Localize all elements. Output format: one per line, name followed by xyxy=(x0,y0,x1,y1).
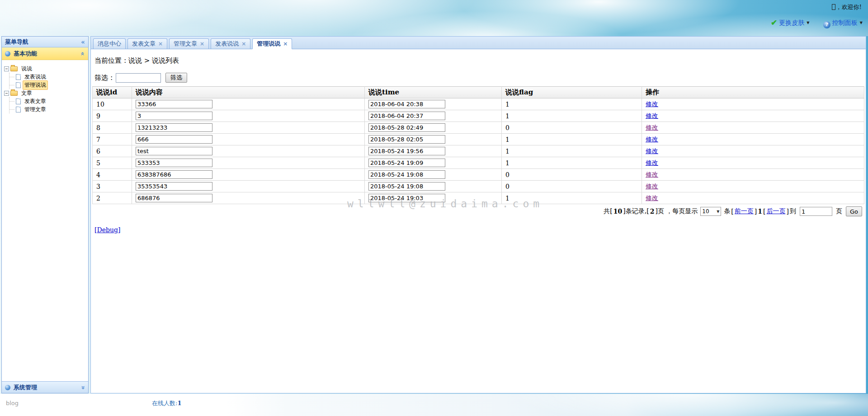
table-row: 10 1 修改 xyxy=(93,98,864,110)
tree-connector xyxy=(9,85,14,85)
content-input[interactable] xyxy=(136,170,212,179)
tab-label: 发表说说 xyxy=(215,40,239,48)
time-input[interactable] xyxy=(368,159,445,167)
content-input[interactable] xyxy=(136,135,212,144)
chevron-double-up-icon[interactable]: « xyxy=(80,51,87,56)
help-icon: ? xyxy=(823,21,830,28)
tree-node-shuoshuo[interactable]: 说说 xyxy=(4,65,86,73)
tab-strip: 消息中心 发表文章 × 管理文章 × 发表说说 × 管理说说 × xyxy=(91,37,866,49)
edit-link[interactable]: 修改 xyxy=(646,112,658,119)
check-icon: ✔ xyxy=(771,18,777,27)
tab-post-shuoshuo[interactable]: 发表说说 × xyxy=(211,38,250,49)
sidebar-section-label: 基本功能 xyxy=(14,50,37,58)
sidebar-section-basic[interactable]: 基本功能 « xyxy=(2,47,88,60)
filter-input[interactable] xyxy=(116,73,161,83)
next-page-link[interactable]: 后一页 xyxy=(767,207,786,215)
tab-label: 管理说说 xyxy=(257,40,280,48)
time-input[interactable] xyxy=(368,182,445,191)
close-icon[interactable]: × xyxy=(200,41,204,47)
cell-flag: 1 xyxy=(502,157,642,169)
time-input[interactable] xyxy=(368,100,445,108)
tab-manage-shuoshuo-active[interactable]: 管理说说 × xyxy=(252,38,292,49)
pagination-text: 到 xyxy=(790,207,796,215)
cell-id: 7 xyxy=(93,134,132,145)
collapse-minus-icon[interactable] xyxy=(4,91,9,96)
chevron-down-icon: ▼ xyxy=(717,210,719,214)
pagination-text: [ xyxy=(731,208,733,215)
tab-post-article[interactable]: 发表文章 × xyxy=(127,38,167,49)
debug-link[interactable]: [Debug] xyxy=(94,226,120,234)
current-page: 1 xyxy=(758,208,762,215)
filter-button[interactable]: 筛选 xyxy=(165,73,187,83)
content-input[interactable] xyxy=(136,100,212,108)
tree-item-manage-article[interactable]: 管理文章 xyxy=(9,105,86,113)
edit-link[interactable]: 修改 xyxy=(646,136,658,143)
tree-node-wenzhang[interactable]: 文章 xyxy=(4,89,86,97)
content-input[interactable] xyxy=(136,182,212,191)
cell-id: 5 xyxy=(93,157,132,169)
content-input[interactable] xyxy=(136,112,212,120)
site-name: blog xyxy=(6,400,19,407)
pagination-text: ] xyxy=(787,208,789,215)
edit-link[interactable]: 修改 xyxy=(646,171,658,178)
sidebar-title: 菜单导航 xyxy=(5,38,28,46)
edit-link[interactable]: 修改 xyxy=(646,100,658,108)
per-page-select[interactable]: 10▼ xyxy=(700,207,721,216)
pagination-text: ]页 ，每页显示 xyxy=(655,207,698,215)
close-icon[interactable]: × xyxy=(158,41,163,47)
welcome-message: ，欢迎你! xyxy=(832,3,862,11)
table-row: 8 0 修改 xyxy=(93,122,864,134)
cell-id: 8 xyxy=(93,122,132,134)
table-row: 6 1 修改 xyxy=(93,145,864,157)
tab-manage-article[interactable]: 管理文章 × xyxy=(169,38,209,49)
tab-label: 管理文章 xyxy=(174,40,197,48)
go-button[interactable]: Go xyxy=(846,206,862,216)
content-input[interactable] xyxy=(136,147,212,155)
missing-username-glyph xyxy=(832,4,835,10)
time-input[interactable] xyxy=(368,112,445,120)
time-input[interactable] xyxy=(368,170,445,179)
tree-item-post-shuoshuo[interactable]: 发表说说 xyxy=(9,73,86,81)
tree-children-shuoshuo: 发表说说 管理说说 xyxy=(9,73,86,89)
tree-item-label[interactable]: 管理文章 xyxy=(23,105,48,114)
close-icon[interactable]: × xyxy=(283,41,288,47)
content-input[interactable] xyxy=(136,194,212,202)
sidebar-section-system[interactable]: 系统管理 « xyxy=(2,381,88,393)
chevron-double-down-icon[interactable]: « xyxy=(80,385,87,389)
control-panel-button[interactable]: ?控制面板▼ xyxy=(823,19,863,26)
time-input[interactable] xyxy=(368,135,445,144)
goto-page-input[interactable] xyxy=(800,207,832,216)
tree-connector xyxy=(9,109,14,110)
edit-link[interactable]: 修改 xyxy=(646,124,658,131)
chevron-down-icon: ▼ xyxy=(807,21,809,25)
edit-link[interactable]: 修改 xyxy=(646,159,658,166)
sidebar-header: 菜单导航 « xyxy=(2,37,88,47)
time-input[interactable] xyxy=(368,123,445,132)
tab-message-center[interactable]: 消息中心 xyxy=(93,38,126,49)
debug-row: [Debug] xyxy=(94,226,866,234)
time-input[interactable] xyxy=(368,194,445,202)
edit-link[interactable]: 修改 xyxy=(646,147,658,154)
tab-label: 发表文章 xyxy=(132,40,156,48)
edit-link[interactable]: 修改 xyxy=(646,182,658,190)
column-header-action: 操作 xyxy=(642,87,864,98)
content-input[interactable] xyxy=(136,159,212,167)
sphere-icon xyxy=(5,385,10,390)
close-icon[interactable]: × xyxy=(241,41,246,47)
footer-sky-banner: blog 在线人数:1 xyxy=(0,394,868,416)
change-skin-button[interactable]: ✔更换皮肤▼ xyxy=(771,19,809,26)
tree-item-manage-shuoshuo[interactable]: 管理说说 xyxy=(9,81,86,89)
cell-id: 6 xyxy=(93,145,132,157)
folder-icon xyxy=(10,91,18,96)
prev-page-link[interactable]: 前一页 xyxy=(735,207,754,215)
tree-item-post-article[interactable]: 发表文章 xyxy=(9,97,86,105)
time-input[interactable] xyxy=(368,147,445,155)
sidebar: 菜单导航 « 基本功能 « 说说 发表说说 管理说说 xyxy=(1,36,89,393)
edit-link[interactable]: 修改 xyxy=(646,194,658,201)
content-input[interactable] xyxy=(136,123,212,132)
table-row: 2 1 修改 xyxy=(93,192,864,204)
sidebar-collapse-icon[interactable]: « xyxy=(81,38,85,46)
collapse-minus-icon[interactable] xyxy=(4,66,9,71)
cell-flag: 1 xyxy=(502,192,642,204)
tree-connector xyxy=(9,77,14,77)
